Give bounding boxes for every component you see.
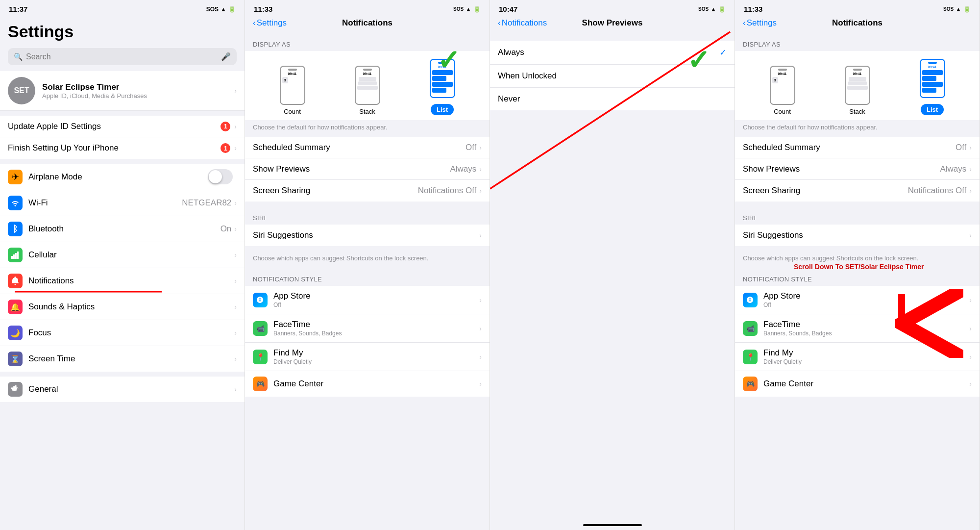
screentime-chevron: › bbox=[234, 355, 237, 363]
facetime-text-2: FaceTime Banners, Sounds, Badges bbox=[273, 320, 479, 337]
notifications-item[interactable]: Notifications › bbox=[0, 268, 245, 294]
gamecenter-item-2[interactable]: 🎮 Game Center › bbox=[245, 371, 490, 397]
siri-suggestions-item-4[interactable]: Siri Suggestions › bbox=[735, 225, 980, 246]
screen-sharing-item-2[interactable]: Screen Sharing Notifications Off › bbox=[245, 180, 490, 202]
cellular-item[interactable]: Cellular › bbox=[0, 242, 245, 268]
preview-when-unlocked[interactable]: When Unlocked bbox=[490, 65, 735, 88]
display-as-container-2: 09:41 3 Count 09:41 Stack bbox=[245, 51, 490, 120]
battery-icon-4: 🔋 bbox=[963, 6, 971, 13]
gamecenter-text-2: Game Center bbox=[273, 379, 479, 389]
alert-finish-text: Finish Setting Up Your iPhone bbox=[8, 143, 220, 153]
facetime-icon-4: 📹 bbox=[743, 321, 758, 336]
wifi-item[interactable]: Wi-Fi NETGEAR82 › bbox=[0, 190, 245, 216]
search-input[interactable] bbox=[26, 52, 218, 61]
list-btn-4[interactable]: List bbox=[921, 104, 944, 115]
nav-title-4: Notifications bbox=[832, 18, 882, 28]
focus-label: Focus bbox=[28, 328, 234, 338]
findmy-icon-2: 📍 bbox=[253, 350, 268, 364]
show-previews-item-2[interactable]: Show Previews Always › bbox=[245, 158, 490, 180]
back-button-2[interactable]: ‹ Settings bbox=[253, 18, 287, 28]
count-label-4: Count bbox=[774, 108, 791, 115]
mockup-time: 09:41 bbox=[847, 72, 868, 76]
siri-label-4: SIRI bbox=[735, 206, 980, 225]
svg-rect-3 bbox=[17, 252, 19, 259]
sos-icon-2: SOS bbox=[453, 6, 464, 12]
preview-never[interactable]: Never bbox=[490, 88, 735, 110]
sounds-item[interactable]: 🔔 Sounds & Haptics › bbox=[0, 294, 245, 320]
appstore-sub-2: Off bbox=[273, 302, 479, 308]
display-as-label-4: DISPLAY AS bbox=[735, 33, 980, 51]
gamecenter-item-4[interactable]: 🎮 Game Center › bbox=[735, 371, 980, 397]
appstore-item-4[interactable]: 🅐 App Store Off › bbox=[735, 286, 980, 314]
alert-update-badge: 1 bbox=[220, 122, 230, 131]
gamecenter-icon-2: 🎮 bbox=[253, 377, 268, 391]
siri-section-4: Siri Suggestions › bbox=[735, 225, 980, 246]
scheduled-summary-item-4[interactable]: Scheduled Summary Off › bbox=[735, 137, 980, 158]
alerts-section: Update Apple ID Settings 1 › Finish Sett… bbox=[0, 116, 245, 159]
scheduled-summary-item-2[interactable]: Scheduled Summary Off › bbox=[245, 137, 490, 158]
notif-bar-2 bbox=[432, 76, 446, 81]
display-type-count-4[interactable]: 09:41 3 Count bbox=[770, 66, 795, 115]
profile-section: SET Solar Eclipse Timer Apple ID, iCloud… bbox=[0, 71, 245, 111]
appstore-text-2: App Store Off bbox=[273, 291, 479, 308]
alert-finish-setup[interactable]: Finish Setting Up Your iPhone 1 › bbox=[0, 137, 245, 159]
screentime-text: Screen Time bbox=[28, 354, 234, 364]
display-type-count-2[interactable]: 09:41 3 Count bbox=[280, 66, 305, 115]
display-type-stack-4[interactable]: 09:41 Stack bbox=[845, 66, 870, 115]
count-badge: 3 bbox=[282, 77, 288, 83]
general-item[interactable]: General › bbox=[0, 377, 245, 402]
list-btn-2[interactable]: List bbox=[431, 104, 454, 115]
facetime-chevron-2: › bbox=[479, 325, 482, 332]
stack-bar-2 bbox=[358, 81, 377, 85]
screentime-item[interactable]: ⌛ Screen Time › bbox=[0, 346, 245, 372]
avatar: SET bbox=[8, 77, 35, 104]
facetime-item-2[interactable]: 📹 FaceTime Banners, Sounds, Badges › bbox=[245, 314, 490, 343]
notch bbox=[853, 69, 862, 71]
stack-label-2: Stack bbox=[359, 108, 375, 115]
scheduled-summary-value-4: Off bbox=[956, 143, 966, 152]
show-previews-label-2: Show Previews bbox=[253, 164, 450, 174]
notif-bar-2 bbox=[922, 76, 936, 81]
scheduled-summary-label-4: Scheduled Summary bbox=[743, 143, 956, 152]
search-bar[interactable]: 🔍 🎤 bbox=[8, 48, 237, 65]
screen-sharing-text-2: Screen Sharing bbox=[253, 186, 418, 196]
alert-finish-chevron: › bbox=[234, 144, 237, 152]
back-button-4[interactable]: ‹ Settings bbox=[743, 18, 777, 28]
general-chevron: › bbox=[234, 385, 237, 393]
findmy-item-2[interactable]: 📍 Find My Deliver Quietly › bbox=[245, 343, 490, 371]
wifi-text: Wi-Fi bbox=[28, 198, 182, 208]
status-bar-1: 11:37 SOS ▲ 🔋 bbox=[0, 0, 245, 15]
notif-bars bbox=[922, 70, 943, 93]
appstore-chevron-2: › bbox=[479, 296, 482, 304]
findmy-text-2: Find My Deliver Quietly bbox=[273, 348, 479, 365]
cellular-icon bbox=[8, 248, 23, 262]
alert-update-apple-id[interactable]: Update Apple ID Settings 1 › bbox=[0, 116, 245, 137]
preview-always[interactable]: Always ✓ bbox=[490, 41, 735, 65]
display-type-stack-2[interactable]: 09:41 Stack bbox=[355, 66, 380, 115]
stack-bar-2 bbox=[848, 81, 867, 85]
airplane-toggle[interactable] bbox=[208, 169, 233, 184]
display-type-list-4[interactable]: 09:41 List bbox=[920, 59, 945, 115]
stack-mockup-4: 09:41 bbox=[845, 66, 870, 105]
findmy-item-4[interactable]: 📍 Find My Deliver Quietly › bbox=[735, 343, 980, 371]
airplane-mode-item[interactable]: ✈ Airplane Mode bbox=[0, 164, 245, 190]
cellular-chevron: › bbox=[234, 251, 237, 259]
count-label-2: Count bbox=[284, 108, 301, 115]
count-mockup-2: 09:41 3 bbox=[280, 66, 305, 105]
appstore-item-2[interactable]: 🅐 App Store Off › bbox=[245, 286, 490, 314]
bluetooth-item[interactable]: ᛒ Bluetooth On › bbox=[0, 216, 245, 242]
show-previews-item-4[interactable]: Show Previews Always › bbox=[735, 158, 980, 180]
profile-row[interactable]: SET Solar Eclipse Timer Apple ID, iCloud… bbox=[0, 71, 245, 111]
display-type-list-2[interactable]: 09:41 List bbox=[430, 59, 455, 115]
facetime-chevron-4: › bbox=[969, 325, 972, 332]
screen-sharing-item-4[interactable]: Screen Sharing Notifications Off › bbox=[735, 180, 980, 202]
status-time-1: 11:37 bbox=[9, 5, 27, 13]
mockup-time: 09:41 bbox=[357, 72, 378, 76]
siri-suggestions-item-2[interactable]: Siri Suggestions › bbox=[245, 225, 490, 246]
facetime-item-4[interactable]: 📹 FaceTime Banners, Sounds, Badges › bbox=[735, 314, 980, 343]
stack-bars bbox=[357, 77, 378, 90]
back-button-3[interactable]: ‹ Notifications bbox=[498, 18, 547, 28]
sounds-label: Sounds & Haptics bbox=[28, 302, 234, 312]
focus-item[interactable]: 🌙 Focus › bbox=[0, 320, 245, 346]
notif-bar-4 bbox=[922, 88, 936, 93]
